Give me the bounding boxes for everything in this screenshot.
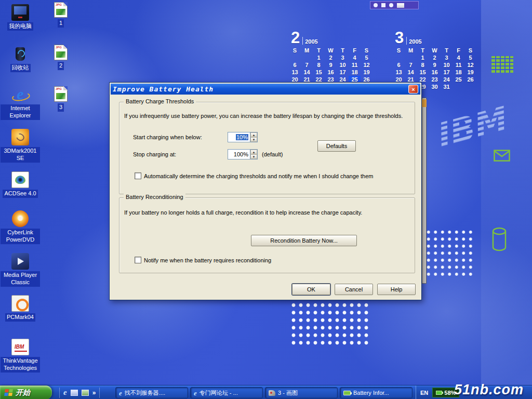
desktop-file-3[interactable]: JPG 3	[41, 86, 81, 112]
calendar-day-header: W	[429, 47, 441, 54]
calendar-day: 19	[464, 69, 476, 76]
calendar-day: 2	[429, 54, 441, 61]
desktop-icon-thinkvantage[interactable]: ThinkVantage Technologies	[0, 339, 41, 373]
desktop-icon-internet-explorer[interactable]: e Internet Explorer	[0, 86, 41, 120]
calendar-day: 23	[429, 76, 441, 83]
desktop-icon-powerdvd[interactable]: CyberLink PowerDVD	[0, 210, 41, 244]
calendar-day: 14	[301, 69, 313, 76]
spin-up-button[interactable]: ▲	[250, 150, 257, 154]
desktop-icon-my-computer[interactable]: 我的电脑	[0, 4, 41, 31]
calendar-day-header: M	[301, 47, 313, 54]
calendar-header: 2 2005	[289, 28, 373, 46]
calendar-february-2005: 2 2005 SMTWTFS12345678910111213141516171…	[289, 28, 373, 83]
windows-flag-icon	[4, 389, 13, 396]
cancel-button[interactable]: Cancel	[335, 284, 373, 295]
calendar-day: 14	[405, 69, 417, 76]
notify-reconditioning-checkbox[interactable]	[135, 257, 141, 263]
auto-determine-checkbox[interactable]	[135, 172, 141, 179]
widget-icon	[389, 3, 393, 7]
recondition-battery-button[interactable]: Recondition Battery Now...	[251, 235, 357, 246]
jpg-file-icon: JPG	[54, 2, 68, 18]
thumbnail	[56, 9, 65, 15]
task-button-battery-information[interactable]: Battery Infor...	[340, 387, 413, 398]
page-fold	[63, 2, 68, 6]
spin-up-button[interactable]: ▲	[250, 132, 257, 137]
close-button[interactable]: ×	[408, 85, 418, 94]
group-legend: Battery Charge Thresholds	[124, 98, 196, 104]
calendar-year: 2005	[409, 38, 421, 45]
desktop-icon-recycle-bin[interactable]: 回收站	[0, 46, 41, 72]
desktop-file-2[interactable]: JPG 2	[41, 45, 81, 70]
calendar-day: 9	[325, 61, 337, 69]
desktop: IBM 2 2005 SMTWTFS1234567891011121314151…	[0, 0, 532, 399]
icon-label: 3	[58, 103, 64, 112]
quick-launch-overflow-chevron[interactable]: »	[92, 389, 96, 396]
quick-launch-ie-icon[interactable]: e	[63, 389, 67, 396]
icon-label: 回收站	[10, 64, 31, 72]
calendar-day: 18	[349, 69, 361, 76]
dialog-titlebar[interactable]: Improve Battery Health ×	[111, 84, 420, 95]
quick-launch: e »	[56, 385, 103, 399]
calendar-day: 7	[301, 61, 313, 69]
calendar-day: 4	[349, 54, 361, 61]
desktop-widget-toolbar[interactable]	[370, 1, 419, 9]
spin-down-button[interactable]: ▼	[250, 137, 257, 142]
battery-meter[interactable]: 58%	[432, 388, 459, 397]
background-window-edge	[422, 98, 427, 284]
calendar-day: 16	[429, 69, 441, 76]
dialog-title: Improve Battery Health	[113, 85, 214, 93]
stop-threshold-value[interactable]: 100%	[228, 150, 250, 159]
calendar-day: 13	[393, 69, 405, 76]
divider	[99, 388, 100, 398]
start-charging-label: Start charging when below:	[133, 134, 202, 141]
help-button[interactable]: Help	[377, 284, 416, 295]
desktop-icon-acdsee[interactable]: ACDSee 4.0	[0, 171, 41, 198]
calendar-day: 12	[464, 61, 476, 69]
icon-label: CyberLink PowerDVD	[1, 229, 40, 244]
desktop-icon-3dmark2001[interactable]: 3DMark2001 SE	[0, 129, 41, 163]
spin-down-button[interactable]: ▼	[250, 154, 257, 159]
background-window-titlebar-edge	[422, 99, 427, 107]
defaults-button[interactable]: Defaults	[317, 140, 356, 152]
calendar-day	[405, 54, 417, 61]
start-threshold-value[interactable]: 10%	[228, 132, 250, 142]
notify-reconditioning-label: Notify me when the battery requires reco…	[144, 257, 409, 264]
calendar-day: 10	[441, 61, 453, 69]
spinner-buttons: ▲ ▼	[250, 150, 257, 159]
stop-charging-label: Stop charging at:	[133, 151, 176, 158]
ie-icon: e	[194, 390, 197, 396]
calendar-day: 10	[337, 61, 349, 69]
desktop-icon-media-player-classic[interactable]: Media Player Classic	[0, 253, 41, 287]
desktop-icon-pcmark04[interactable]: PCMark04	[0, 295, 41, 322]
task-button-paint[interactable]: 3 - 画图	[265, 387, 338, 398]
language-indicator[interactable]: EN	[420, 390, 428, 396]
calendar-day-header: T	[441, 47, 453, 54]
start-button[interactable]: 开始	[0, 385, 52, 399]
default-note: (default)	[262, 151, 283, 158]
calendar-day: 17	[337, 69, 349, 76]
quick-launch-icon[interactable]	[71, 390, 78, 396]
calendar-day: 13	[289, 69, 301, 76]
calendar-day-header: T	[417, 47, 429, 54]
thinkvantage-icon	[11, 339, 29, 355]
calendar-day-header: S	[361, 47, 373, 54]
calendar-day: 6	[393, 61, 405, 69]
task-button-server-not-found[interactable]: e 找不到服务器....	[115, 387, 188, 398]
battery-icon	[436, 391, 442, 395]
improve-battery-health-dialog: Improve Battery Health × Battery Charge …	[109, 82, 422, 300]
desktop-file-1[interactable]: JPG 1	[41, 2, 81, 28]
calendar-day-header: T	[313, 47, 325, 54]
reconditioning-description: If your battery no longer holds a full c…	[124, 209, 407, 216]
calendar-day: 3	[337, 54, 349, 61]
start-threshold-spinner[interactable]: 10% ▲ ▼	[228, 132, 258, 142]
icon-label: 1	[58, 19, 64, 28]
calendar-day: 9	[429, 61, 441, 69]
calendar-day	[464, 83, 476, 90]
quick-launch-icon[interactable]	[82, 390, 89, 396]
calendar-day: 26	[464, 76, 476, 83]
task-button-forum[interactable]: e 专门网论坛 - ...	[190, 387, 263, 398]
calendar-day: 1	[313, 54, 325, 61]
stop-threshold-spinner[interactable]: 100% ▲ ▼	[228, 149, 258, 159]
ok-button[interactable]: OK	[292, 284, 330, 295]
calendar-day: 12	[361, 61, 373, 69]
